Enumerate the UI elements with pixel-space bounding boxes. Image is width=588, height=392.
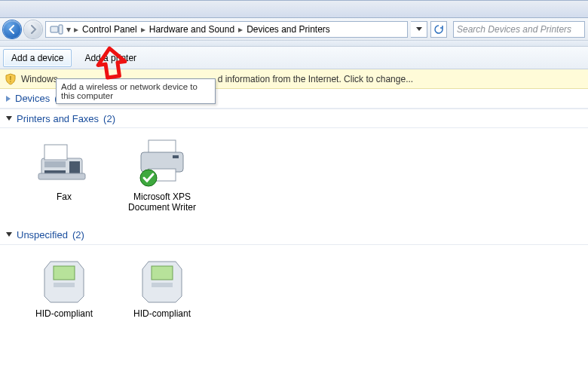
spacer: [0, 41, 588, 47]
chevron-down-icon: [416, 27, 422, 32]
address-history-dropdown[interactable]: [411, 21, 427, 38]
svg-rect-17: [152, 283, 173, 287]
address-bar-row: ▾ ▸ Control Panel ▸ Hardware and Sound ▸…: [0, 18, 588, 41]
svg-rect-0: [51, 26, 58, 32]
section-printers-count: (2): [103, 113, 115, 124]
add-device-button[interactable]: Add a device: [3, 49, 72, 67]
section-printers-header[interactable]: Printers and Faxes (2): [0, 109, 588, 128]
info-prefix: Windows: [21, 74, 58, 84]
svg-rect-16: [152, 266, 173, 280]
search-placeholder: Search Devices and Printers: [457, 24, 571, 35]
device-label: Microsoft XPS Document Writer: [121, 191, 204, 213]
nav-back-button[interactable]: [3, 20, 21, 38]
crumb-chevron-icon: ▸: [73, 24, 79, 35]
ribbon-strip: [0, 0, 588, 18]
svg-rect-12: [173, 155, 179, 158]
svg-rect-6: [44, 161, 66, 167]
device-hid-1[interactable]: HID-compliant: [23, 253, 106, 319]
svg-rect-4: [44, 145, 67, 160]
svg-rect-14: [54, 266, 75, 280]
crumb-chevron-icon: ▸: [140, 24, 146, 35]
svg-rect-8: [38, 173, 85, 179]
crumb-devices-printers[interactable]: Devices and Printers: [245, 24, 332, 35]
command-toolbar: Add a device Add a printer: [0, 47, 588, 69]
annotation-arrow-icon: [92, 45, 130, 83]
nav-forward-button[interactable]: [24, 20, 42, 38]
collapse-icon: [6, 116, 12, 121]
device-label: HID-compliant: [133, 308, 191, 319]
svg-rect-1: [59, 25, 63, 34]
devices-icon: [49, 23, 64, 35]
tooltip-text: Add a wireless or network device to this…: [61, 82, 198, 100]
info-tail: d information from the Internet. Click t…: [218, 74, 413, 84]
crumb-control-panel[interactable]: Control Panel: [81, 24, 139, 35]
refresh-button[interactable]: [430, 21, 447, 38]
section-unspecified-header[interactable]: Unspecified (2): [0, 225, 588, 245]
search-input[interactable]: Search Devices and Printers: [453, 21, 585, 38]
section-unspecified-title: Unspecified: [17, 229, 68, 240]
svg-rect-7: [44, 170, 66, 173]
crumb-dropdown-icon[interactable]: ▾: [66, 24, 72, 35]
device-hid-2[interactable]: HID-compliant: [121, 253, 204, 319]
unspecified-items: HID-compliant HID-compliant: [0, 245, 588, 331]
generic-device-icon: [34, 253, 94, 305]
section-printers-title: Printers and Faxes: [17, 113, 99, 124]
collapse-icon: [6, 232, 12, 237]
printers-items: Fax Microsoft XPS Document Writer: [0, 128, 588, 225]
device-label: Fax: [57, 191, 72, 202]
crumb-hardware-sound[interactable]: Hardware and Sound: [148, 24, 236, 35]
section-devices-title: Devices: [15, 93, 50, 104]
svg-rect-9: [149, 140, 176, 154]
generic-device-icon: [132, 253, 192, 305]
expand-icon: [6, 96, 11, 102]
section-unspecified-count: (2): [72, 229, 84, 240]
arrow-left-icon: [8, 25, 17, 34]
svg-rect-5: [69, 161, 80, 173]
svg-text:!: !: [10, 75, 12, 84]
tooltip: Add a wireless or network device to this…: [56, 78, 216, 104]
shield-warning-icon: !: [5, 73, 17, 85]
printer-icon: [132, 136, 192, 188]
crumb-chevron-icon: ▸: [237, 24, 243, 35]
refresh-icon: [433, 24, 444, 35]
device-xps-writer[interactable]: Microsoft XPS Document Writer: [121, 136, 204, 213]
device-label: HID-compliant: [35, 308, 93, 319]
fax-icon: [34, 136, 94, 188]
svg-rect-15: [54, 283, 75, 287]
add-device-label: Add a device: [11, 53, 63, 63]
device-fax[interactable]: Fax: [23, 136, 106, 213]
content-area: Devices (5) Printers and Faxes (2) Fax: [0, 89, 588, 331]
address-bar[interactable]: ▾ ▸ Control Panel ▸ Hardware and Sound ▸…: [45, 21, 408, 38]
arrow-right-icon: [29, 25, 38, 34]
